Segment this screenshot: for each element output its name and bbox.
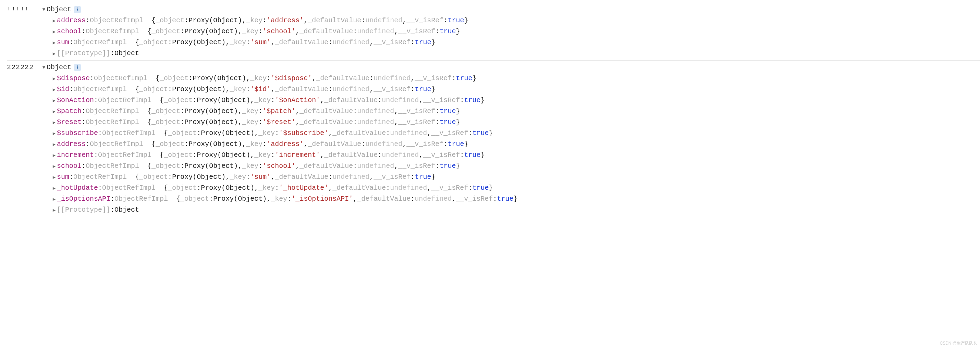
separator: :: [168, 172, 172, 183]
expand-toggle-icon[interactable]: [51, 184, 57, 192]
property-name: address: [57, 139, 86, 150]
field-name: _key: [229, 37, 246, 48]
field-value: 'address': [267, 139, 304, 150]
field-value: true: [439, 26, 456, 37]
expand-toggle-icon[interactable]: [51, 195, 57, 203]
field-value: Proxy(Object): [185, 160, 238, 172]
field-value: Proxy(Object): [201, 128, 254, 139]
field-value: true: [415, 37, 431, 48]
separator: :: [81, 106, 86, 117]
expand-toggle-icon[interactable]: [51, 17, 57, 25]
property-row[interactable]: school: ObjectRefImpl {_object: Proxy(Ob…: [51, 26, 980, 37]
comma-separator: ,: [419, 95, 423, 106]
field-name: _defaultValue: [299, 106, 353, 117]
field-value: Proxy(Object): [185, 106, 238, 117]
field-value: Proxy(Object): [172, 84, 226, 95]
field-name: _defaultValue: [308, 139, 361, 150]
comma-separator: ,: [394, 26, 398, 37]
field-name: __v_isRef: [374, 172, 410, 183]
expand-toggle-icon[interactable]: [51, 39, 57, 46]
info-icon[interactable]: i: [74, 6, 81, 13]
property-row[interactable]: $dispose: ObjectRefImpl {_object: Proxy(…: [51, 73, 980, 84]
separator: :: [197, 183, 201, 194]
property-row[interactable]: $patch: ObjectRefImpl {_object: Proxy(Ob…: [51, 106, 980, 117]
separator: :: [328, 172, 332, 183]
class-name: ObjectRefImpl: [102, 183, 156, 194]
prototype-row[interactable]: [[Prototype]]: Object: [51, 205, 980, 215]
field-value: Proxy(Object): [185, 26, 238, 37]
field-value: undefined: [415, 194, 452, 205]
property-row[interactable]: school: ObjectRefImpl {_object: Proxy(Ob…: [51, 160, 980, 172]
field-name: __v_isRef: [398, 160, 435, 172]
class-name: ObjectRefImpl: [73, 84, 127, 95]
open-brace: {: [160, 150, 164, 160]
close-brace: }: [456, 106, 460, 117]
separator: :: [185, 15, 188, 26]
open-brace: {: [156, 73, 160, 84]
expand-toggle-icon[interactable]: [51, 50, 57, 57]
prototype-label: [[Prototype]]: [57, 205, 110, 215]
close-brace: }: [480, 150, 485, 160]
field-name: _defaultValue: [275, 172, 328, 183]
separator: :: [246, 84, 250, 95]
expand-toggle-icon[interactable]: [51, 152, 57, 159]
expand-toggle-icon[interactable]: [51, 28, 57, 36]
field-value: Proxy(Object): [172, 37, 226, 48]
field-name: _defaultValue: [316, 73, 369, 84]
property-row[interactable]: address: ObjectRefImpl {_object: Proxy(O…: [51, 15, 980, 26]
field-value: undefined: [357, 117, 394, 128]
field-name: __v_isRef: [374, 37, 410, 48]
close-brace: }: [431, 37, 435, 48]
open-brace: {: [160, 95, 164, 106]
separator: :: [69, 37, 73, 48]
open-brace: {: [135, 37, 139, 48]
expand-toggle-icon[interactable]: [51, 108, 57, 115]
expand-toggle-icon[interactable]: [41, 6, 46, 13]
expand-toggle-icon[interactable]: [51, 119, 57, 126]
class-name: ObjectRefImpl: [86, 106, 139, 117]
class-name: ObjectRefImpl: [73, 172, 127, 183]
field-name: _key: [242, 106, 258, 117]
property-row[interactable]: $reset: ObjectRefImpl {_object: Proxy(Ob…: [51, 117, 980, 128]
field-value: '$dispose': [271, 73, 312, 84]
expand-toggle-icon[interactable]: [51, 130, 57, 137]
field-name: _key: [242, 160, 258, 172]
info-icon[interactable]: i: [74, 64, 81, 71]
expand-toggle-icon[interactable]: [51, 141, 57, 148]
comma-separator: ,: [246, 73, 250, 84]
property-row[interactable]: $subscribe: ObjectRefImpl {_object: Prox…: [51, 128, 980, 139]
expand-toggle-icon[interactable]: [51, 86, 57, 94]
expand-toggle-icon[interactable]: [41, 64, 46, 71]
comma-separator: ,: [402, 139, 406, 150]
expand-toggle-icon[interactable]: [51, 207, 57, 214]
field-value: '$id': [250, 84, 271, 95]
comma-separator: ,: [320, 150, 324, 160]
field-name: _object: [139, 172, 168, 183]
property-row[interactable]: _hotUpdate: ObjectRefImpl {_object: Prox…: [51, 183, 980, 194]
prototype-row[interactable]: [[Prototype]]: Object: [51, 48, 980, 59]
property-row[interactable]: $id: ObjectRefImpl {_object: Proxy(Objec…: [51, 84, 980, 95]
property-row[interactable]: _isOptionsAPI: ObjectRefImpl {_object: P…: [51, 194, 980, 205]
expand-toggle-icon[interactable]: [51, 97, 57, 105]
field-name: _key: [229, 84, 246, 95]
field-name: _key: [229, 172, 246, 183]
comma-separator: ,: [267, 194, 271, 205]
field-value: undefined: [390, 128, 427, 139]
field-name: _key: [258, 183, 275, 194]
close-brace: }: [488, 128, 493, 139]
field-name: __v_isRef: [431, 183, 468, 194]
field-name: _defaultValue: [275, 37, 328, 48]
separator: :: [435, 106, 439, 117]
separator: :: [258, 106, 262, 117]
comma-separator: ,: [254, 183, 258, 194]
comma-separator: ,: [295, 160, 299, 172]
separator: :: [386, 183, 390, 194]
property-row[interactable]: address: ObjectRefImpl {_object: Proxy(O…: [51, 139, 980, 150]
expand-toggle-icon[interactable]: [51, 163, 57, 170]
expand-toggle-icon[interactable]: [51, 174, 57, 181]
property-row[interactable]: sum: ObjectRefImpl {_object: Proxy(Objec…: [51, 172, 980, 183]
property-row[interactable]: increment: ObjectRefImpl {_object: Proxy…: [51, 150, 980, 160]
property-row[interactable]: $onAction: ObjectRefImpl {_object: Proxy…: [51, 95, 980, 106]
expand-toggle-icon[interactable]: [51, 75, 57, 83]
property-row[interactable]: sum: ObjectRefImpl {_object: Proxy(Objec…: [51, 37, 980, 48]
